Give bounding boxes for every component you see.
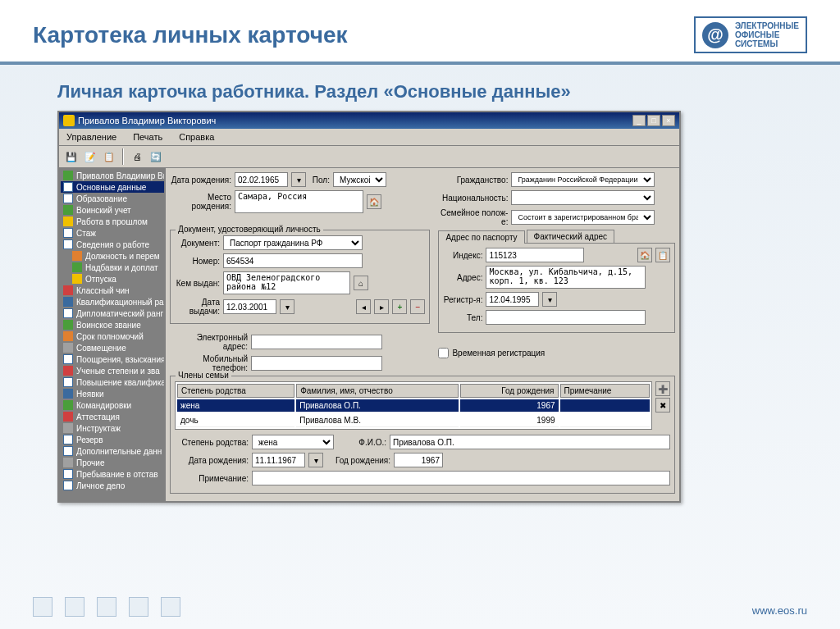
calendar-icon[interactable]: ▾ [542,292,557,307]
app-window: Привалов Владимир Викторович _ □ × Управ… [57,111,681,503]
remove-icon[interactable]: − [410,299,425,314]
birth-year-input[interactable] [394,453,443,467]
home-icon[interactable]: 🏠 [367,194,381,209]
tree-item[interactable]: Резерв [61,434,164,445]
tree-icon [63,217,73,226]
titlebar: Привалов Владимир Викторович _ □ × [59,112,679,129]
doc-type-select[interactable]: Паспорт гражданина РФ [223,235,363,250]
tree-item[interactable]: Отпуска [61,273,164,285]
tree-item[interactable]: Дополнительные данн [61,445,164,457]
calendar-icon[interactable]: ▾ [308,453,323,467]
save-icon[interactable]: 💾 [63,148,80,165]
table-row[interactable]: дочьПривалова М.В.1999 [177,414,650,427]
table-row[interactable]: женаПривалова О.П.1967 [177,399,650,412]
tree-icon [63,435,73,444]
tree-item[interactable]: Работа в прошлом [61,216,164,227]
calendar-icon[interactable]: ▾ [291,172,306,187]
refresh-icon[interactable]: 🔄 [148,148,164,165]
tree-item[interactable]: Воинское звание [61,319,164,330]
home-icon[interactable]: 🏠 [637,248,652,262]
col-relation[interactable]: Степень родства [177,384,294,398]
main-panel: Дата рождения: ▾ Пол: Мужской Место рожд… [166,168,679,501]
tree-icon [72,251,82,261]
col-name[interactable]: Фамилия, имя, отчество [296,384,458,398]
tree-item[interactable]: Повышение квалифика [61,376,164,388]
tab-passport-address[interactable]: Адрес по паспорту [438,230,524,244]
tree-item[interactable]: Ученые степени и зва [61,365,164,376]
tree-item[interactable]: Пребывание в отстав [61,468,164,480]
tree-item[interactable]: Должность и перем [61,250,164,262]
rel-degree-select[interactable]: жена [252,435,334,449]
doc-date-input[interactable] [223,299,276,314]
doc-type-label: Документ: [175,239,220,248]
tab-actual-address[interactable]: Фактический адрес [527,230,614,243]
col-note[interactable]: Примечание [560,384,650,398]
tree-item[interactable]: Стаж [61,227,164,239]
doc-num-input[interactable] [223,253,363,268]
add-icon[interactable]: + [392,299,407,314]
tree-item[interactable]: Неявки [61,388,164,399]
citizenship-select[interactable]: Гражданин Российской Федерации [511,172,655,187]
reg-date-input[interactable] [486,292,539,307]
tree-icon [63,182,73,192]
copy-icon[interactable]: 📋 [655,248,670,262]
menu-print[interactable]: Печать [130,130,166,144]
maximize-button[interactable]: □ [647,115,660,126]
email-input[interactable] [251,335,382,349]
tree-root[interactable]: Привалов Владимир Виктор [61,170,164,181]
tree-item[interactable]: Квалификационный ра [61,296,164,308]
nationality-select[interactable] [511,190,655,205]
tree-item[interactable]: Личное дело [61,480,164,491]
footer-icon [65,597,84,617]
tree-item[interactable]: Инструктаж [61,422,164,434]
next-icon[interactable]: ▸ [374,299,389,314]
lookup-icon[interactable]: ⌂ [354,276,368,290]
close-button[interactable]: × [662,115,675,126]
doc-issued-input[interactable]: ОВД Зеленоградского района №12 [223,271,350,294]
delete-row-icon[interactable]: ✖ [655,398,670,412]
citizenship-label: Гражданство: [438,175,508,185]
mobile-input[interactable] [251,356,382,371]
tree-item[interactable]: Основные данные [61,181,164,193]
tree-icon [63,205,73,215]
tree-item[interactable]: Прочие [61,457,164,468]
family-table: Степень родства Фамилия, имя, отчество Г… [175,381,652,430]
tree-item[interactable]: Аттестация [61,411,164,422]
note-input[interactable] [252,471,670,485]
prev-icon[interactable]: ◂ [356,299,371,314]
minimize-button[interactable]: _ [632,115,646,126]
menu-help[interactable]: Справка [176,130,217,144]
tree-item[interactable]: Надбавки и доплат [61,262,164,273]
add-row-icon[interactable]: ➕ [655,381,670,396]
footer-icons [33,597,180,617]
menu-manage[interactable]: Управление [63,130,120,144]
temp-reg-checkbox[interactable] [438,348,449,358]
birth-date2-label: Дата рождения: [175,456,249,465]
tree-item[interactable]: Дипломатический ранг [61,308,164,319]
tree-icon [63,331,73,341]
tree-item[interactable]: Срок полномочий [61,330,164,342]
birth-date2-input[interactable] [252,453,305,467]
tree-item[interactable]: Поощрения, взыскания [61,353,164,365]
birth-date-input[interactable] [235,172,288,187]
tree-item[interactable]: Командировки [61,399,164,411]
birth-place-input[interactable]: Самара, Россия [235,190,363,213]
copy-icon[interactable]: 📋 [101,148,117,165]
tree-item[interactable]: Классный чин [61,285,164,296]
tree-item[interactable]: Воинский учет [61,204,164,216]
sex-select[interactable]: Мужской [333,172,386,187]
calendar-icon[interactable]: ▾ [280,299,294,314]
footer-icon [97,597,116,617]
marital-select[interactable]: Состоит в зарегистрированном браке [511,210,655,225]
edit-icon[interactable]: 📝 [82,148,98,165]
index-input[interactable] [486,248,584,262]
print-icon[interactable]: 🖨 [129,148,145,165]
tel-input[interactable] [486,310,646,325]
address-input[interactable]: Москва, ул. Кибальчича, д.15, корп. 1, к… [486,266,646,289]
col-year[interactable]: Год рождения [460,384,559,398]
sidebar-tree: Привалов Владимир Виктор Основные данные… [59,168,166,501]
tree-item[interactable]: Сведения о работе [61,239,164,250]
tree-item[interactable]: Совмещение [61,342,164,353]
fio-input[interactable] [390,435,670,449]
tree-item[interactable]: Образование [61,193,164,204]
